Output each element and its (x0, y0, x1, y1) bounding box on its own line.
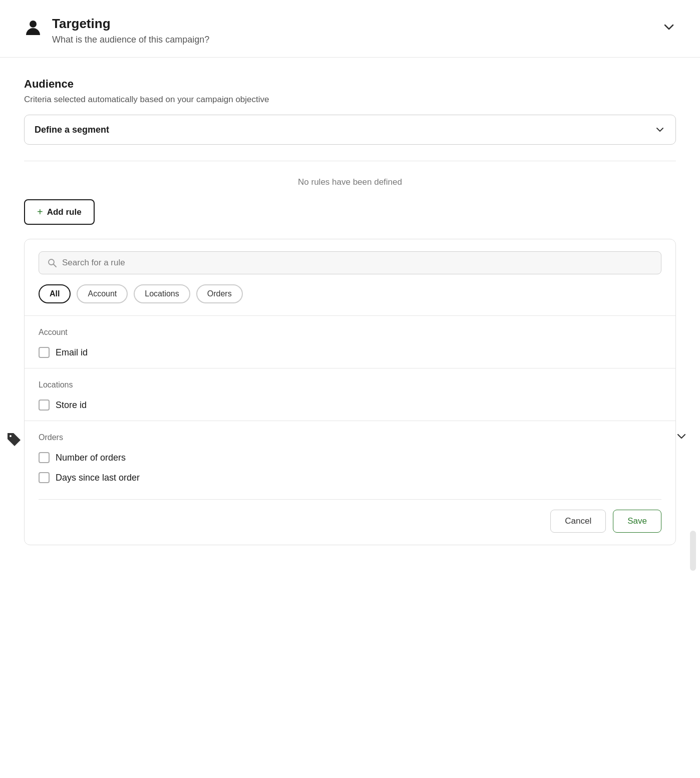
rule-item-email-id: Email id (39, 344, 661, 361)
scrollbar[interactable] (690, 531, 696, 571)
rule-item-number-of-orders: Number of orders (39, 449, 661, 466)
rule-group-locations: Locations Store id (39, 368, 661, 421)
segment-dropdown-label: Define a segment (35, 125, 109, 135)
section-divider (24, 161, 676, 161)
person-icon (24, 18, 42, 36)
rule-checkbox-days-since-last-order[interactable] (39, 472, 50, 483)
rule-label-email-id: Email id (56, 347, 88, 358)
rule-group-orders: Orders Number of orders Days since last … (39, 421, 661, 493)
filter-tabs: All Account Locations Orders (39, 284, 661, 303)
segment-dropdown[interactable]: Define a segment (24, 115, 676, 145)
filter-tab-orders[interactable]: Orders (196, 284, 243, 303)
rule-label-store-id: Store id (56, 400, 87, 411)
filter-tab-account[interactable]: Account (77, 284, 128, 303)
rule-picker-panel: All Account Locations Orders Account Ema… (24, 239, 676, 545)
main-content: Audience Criteria selected automatically… (0, 58, 700, 565)
targeting-title: Targeting (52, 16, 209, 32)
rule-item-store-id: Store id (39, 397, 661, 414)
svg-point-3 (10, 435, 12, 437)
targeting-header-left: Targeting What is the audience of this c… (24, 16, 209, 45)
cancel-button[interactable]: Cancel (550, 510, 606, 533)
audience-description: Criteria selected automatically based on… (24, 95, 676, 105)
rule-item-days-since-last-order: Days since last order (39, 469, 661, 486)
rule-checkbox-number-of-orders[interactable] (39, 452, 50, 463)
svg-point-0 (30, 21, 37, 28)
search-container[interactable] (39, 251, 661, 274)
targeting-title-group: Targeting What is the audience of this c… (52, 16, 209, 45)
filter-tab-all[interactable]: All (39, 284, 71, 303)
rule-label-number-of-orders: Number of orders (56, 453, 126, 463)
search-input[interactable] (62, 258, 653, 268)
audience-title: Audience (24, 78, 676, 91)
targeting-subtitle: What is the audience of this campaign? (52, 35, 209, 45)
no-rules-text: No rules have been defined (24, 177, 676, 187)
rule-group-account-title: Account (39, 328, 661, 337)
svg-line-2 (54, 264, 57, 267)
filter-tab-locations[interactable]: Locations (134, 284, 190, 303)
save-button[interactable]: Save (613, 510, 661, 533)
side-chevron-icon (675, 430, 688, 445)
search-icon (47, 258, 57, 268)
targeting-header: Targeting What is the audience of this c… (0, 0, 700, 58)
segment-chevron-icon (654, 124, 665, 135)
add-rule-button[interactable]: + Add rule (24, 199, 95, 225)
rule-checkbox-store-id[interactable] (39, 400, 50, 411)
panel-footer: Cancel Save (39, 499, 661, 545)
tag-icon (0, 426, 28, 454)
targeting-chevron-icon[interactable] (662, 20, 676, 34)
audience-section: Audience Criteria selected automatically… (24, 78, 676, 145)
rule-group-orders-title: Orders (39, 433, 661, 442)
plus-icon: + (37, 206, 43, 218)
rule-group-locations-title: Locations (39, 380, 661, 390)
rule-group-account: Account Email id (39, 316, 661, 368)
add-rule-label: Add rule (47, 207, 82, 217)
rule-checkbox-email-id[interactable] (39, 347, 50, 358)
rule-label-days-since-last-order: Days since last order (56, 473, 140, 483)
